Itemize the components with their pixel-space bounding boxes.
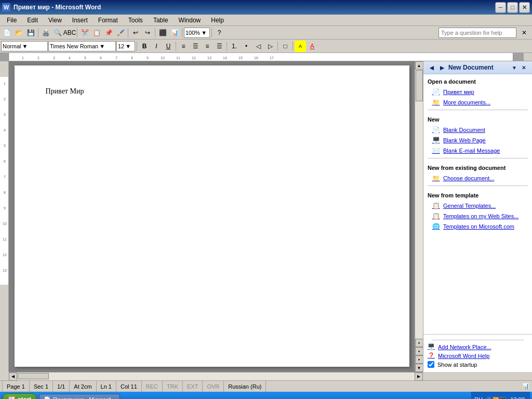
status-ln: Ln 1	[97, 381, 116, 392]
status-col: Col 11	[116, 381, 142, 392]
ask-close-button[interactable]: ✕	[518, 27, 530, 38]
start-button[interactable]: 🪟 start	[2, 393, 37, 399]
justify-button[interactable]: ☰	[214, 41, 225, 52]
task-pane-close-button[interactable]: ✕	[520, 63, 528, 72]
blank-email-link[interactable]: ✉️ Blank E-mail Message	[423, 145, 532, 156]
svg-text:4: 4	[4, 128, 6, 132]
microsoft-icon: 🌐	[432, 222, 440, 231]
menu-view[interactable]: View	[44, 15, 66, 25]
microsoft-templates-link[interactable]: 🌐 Templates on Microsoft.com	[423, 221, 532, 232]
numbering-button[interactable]: 1.	[229, 41, 240, 52]
bold-button[interactable]: B	[139, 41, 150, 52]
show-at-startup-row: Show at startup	[428, 360, 528, 369]
format-painter-button[interactable]: 🖌️	[115, 27, 126, 38]
web-sites-templates-link[interactable]: 📋 Templates on my Web Sites...	[423, 211, 532, 221]
style-dropdown[interactable]: Normal ▼	[1, 41, 48, 51]
insert-excel-button[interactable]: 📊	[169, 27, 180, 38]
highlight-button[interactable]: A	[295, 41, 306, 52]
save-button[interactable]: 💾	[25, 27, 36, 38]
undo-button[interactable]: ↩	[130, 27, 141, 38]
scroll-thumb-vertical[interactable]	[416, 70, 423, 101]
help-icon: ❓	[428, 352, 435, 359]
svg-text:8: 8	[131, 56, 133, 60]
underline-button[interactable]: U	[163, 41, 174, 52]
system-tray: RU 🔊 📶 🖥️ 12:00	[471, 392, 530, 399]
menu-file[interactable]: File	[2, 15, 21, 25]
ruler-content: 1 2 3 4 5 6 7 8 9 10 11 12 13 14 15 16 1…	[9, 53, 513, 61]
task-pane-back-icon[interactable]: ◀	[428, 63, 436, 72]
scroll-right-button[interactable]: ▶	[415, 373, 423, 381]
svg-text:9: 9	[4, 206, 6, 210]
scroll-track-horizontal[interactable]	[17, 373, 415, 380]
task-pane-forward-icon[interactable]: ▶	[438, 63, 446, 72]
recent-doc-privet-mir[interactable]: 📄 Привет мир	[423, 87, 532, 97]
copy-button[interactable]: 📋	[91, 27, 102, 38]
svg-text:2: 2	[4, 97, 6, 101]
standard-toolbar: 📄 📂 💾 🖨️ 🔍 ABC ✂️ 📋 📌 🖌️ ↩ ↪ ⬛ 📊 100% ▼ …	[0, 26, 532, 39]
ask-question-input[interactable]	[438, 28, 516, 38]
paste-button[interactable]: 📌	[103, 27, 114, 38]
recent-doc-label: Привет мир	[443, 89, 474, 95]
blank-web-page-link[interactable]: 🖥️ Blank Web Page	[423, 135, 532, 145]
scroll-up-button[interactable]: ▲	[415, 61, 423, 70]
increase-indent-button[interactable]: ▷	[264, 41, 276, 52]
print-preview-button[interactable]: 🔍	[52, 27, 63, 38]
zoom-dropdown[interactable]: 100% ▼	[184, 28, 210, 38]
blank-document-link[interactable]: 📄 Blank Document	[423, 125, 532, 135]
align-center-button[interactable]: ☰	[190, 41, 201, 52]
menu-help[interactable]: Help	[206, 15, 229, 25]
language-indicator[interactable]: RU	[474, 396, 483, 399]
ruler-right-margin	[513, 53, 524, 61]
bullets-button[interactable]: •	[241, 41, 252, 52]
minimize-button[interactable]: ─	[495, 2, 506, 13]
sep5	[182, 28, 182, 37]
redo-button[interactable]: ↪	[142, 27, 153, 38]
cut-button[interactable]: ✂️	[79, 27, 90, 38]
document-content[interactable]: Привет Мир	[46, 86, 378, 97]
font-arrow: ▼	[99, 43, 105, 49]
sep2	[77, 28, 77, 37]
scroll-track-vertical[interactable]	[415, 70, 423, 339]
close-button[interactable]: ✕	[519, 2, 530, 13]
scroll-left-button[interactable]: ◀	[9, 373, 17, 381]
menu-edit[interactable]: Edit	[22, 15, 43, 25]
help-button[interactable]: ?	[214, 27, 225, 38]
start-label: start	[18, 396, 31, 399]
maximize-button[interactable]: □	[507, 2, 518, 13]
add-network-place-link[interactable]: 🖥️ Add Network Place...	[428, 342, 528, 351]
spell-button[interactable]: ABC	[64, 27, 75, 38]
general-templates-link[interactable]: 📋 General Templates...	[423, 201, 532, 211]
menu-tools[interactable]: Tools	[124, 15, 148, 25]
browse-button[interactable]: ●	[415, 347, 423, 355]
open-button[interactable]: 📂	[13, 27, 24, 38]
taskbar-word-window[interactable]: 📄 Привет мир - Microsof...	[39, 394, 120, 399]
menu-format[interactable]: Format	[94, 15, 123, 25]
menu-insert[interactable]: Insert	[68, 15, 92, 25]
show-at-startup-checkbox[interactable]	[428, 361, 434, 368]
choose-document-link[interactable]: 📁 Choose document...	[423, 173, 532, 183]
insert-table-button[interactable]: ⬛	[157, 27, 168, 38]
more-documents-link[interactable]: 📁 More documents...	[423, 97, 532, 108]
outside-border-button[interactable]: □	[280, 41, 291, 52]
menu-window[interactable]: Window	[174, 15, 206, 25]
task-pane-dropdown-button[interactable]: ▼	[510, 63, 518, 72]
font-color-button[interactable]: A	[307, 41, 318, 52]
align-right-button[interactable]: ≡	[202, 41, 213, 52]
scroll-down-button[interactable]: ▼	[415, 364, 423, 372]
new-button[interactable]: 📄	[1, 27, 12, 38]
italic-button[interactable]: I	[151, 41, 162, 52]
word-count-icon[interactable]: 📊	[522, 382, 530, 391]
font-dropdown[interactable]: Times New Roman ▼	[48, 41, 116, 51]
menu-table[interactable]: Table	[149, 15, 173, 25]
word-help-link[interactable]: ❓ Microsoft Word Help	[428, 351, 528, 360]
svg-text:1: 1	[22, 56, 24, 60]
size-dropdown[interactable]: 12 ▼	[116, 41, 135, 51]
align-left-button[interactable]: ≡	[178, 41, 189, 52]
svg-text:4: 4	[69, 56, 71, 60]
browse-next-button[interactable]: ●	[415, 355, 423, 364]
browse-prev-button[interactable]: ●	[415, 339, 423, 347]
decrease-indent-button[interactable]: ◁	[252, 41, 264, 52]
task-pane-title: New Document	[448, 64, 494, 71]
print-button[interactable]: 🖨️	[40, 27, 51, 38]
scroll-thumb-horizontal[interactable]	[18, 373, 49, 379]
